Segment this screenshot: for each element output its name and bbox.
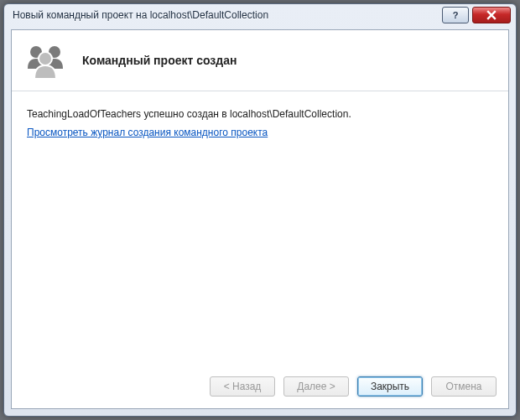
window-title: Новый командный проект на localhost\Defa…: [13, 9, 442, 21]
close-icon: [486, 10, 497, 20]
dialog-window: Новый командный проект на localhost\Defa…: [3, 3, 517, 417]
titlebar[interactable]: Новый командный проект на localhost\Defa…: [4, 4, 516, 26]
wizard-heading: Командный проект создан: [82, 54, 237, 67]
client-area: Командный проект создан TeachingLoadOfTe…: [11, 29, 509, 409]
wizard-body: TeachingLoadOfTeachers успешно создан в …: [12, 91, 508, 368]
help-icon: ?: [453, 10, 459, 20]
view-log-link[interactable]: Просмотреть журнал создания командного п…: [27, 127, 268, 138]
next-button: Далее >: [283, 376, 349, 397]
cancel-button: Отмена: [431, 376, 497, 397]
close-button[interactable]: Закрыть: [357, 376, 423, 397]
status-text: TeachingLoadOfTeachers успешно создан в …: [27, 106, 493, 122]
wizard-footer: < Назад Далее > Закрыть Отмена: [12, 368, 508, 408]
team-icon: [23, 42, 67, 79]
titlebar-buttons: ?: [442, 7, 511, 23]
back-button: < Назад: [210, 376, 275, 397]
svg-point-2: [39, 52, 52, 65]
wizard-header: Командный проект создан: [12, 30, 508, 91]
help-button[interactable]: ?: [442, 7, 469, 23]
close-window-button[interactable]: [472, 7, 511, 23]
